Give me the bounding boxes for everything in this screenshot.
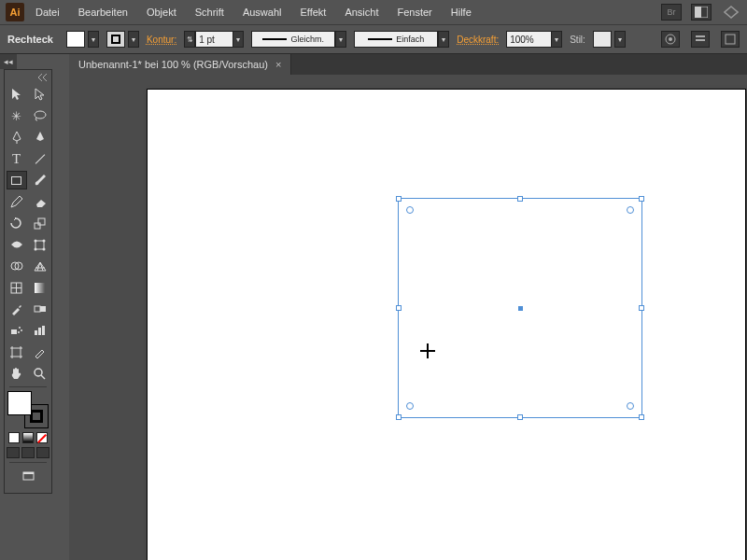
menu-edit[interactable]: Bearbeiten [71, 4, 135, 21]
brush-definition-label: Einfach [396, 35, 424, 44]
variable-width-profile-dropdown[interactable]: ▾ [335, 31, 346, 48]
live-corner-bl[interactable] [406, 402, 414, 410]
resize-handle-br[interactable] [639, 414, 644, 420]
svg-point-29 [35, 369, 42, 376]
menu-type[interactable]: Schrift [188, 4, 232, 21]
stroke-weight-stepper[interactable]: ⇅ [184, 31, 195, 48]
close-tab-icon[interactable]: × [275, 59, 281, 70]
fill-indicator[interactable] [7, 391, 32, 415]
recolor-artwork-button[interactable] [661, 31, 680, 48]
shape-builder-tool[interactable] [7, 257, 27, 275]
options-bar: Rechteck ▾ ▾ Kontur: ⇅ ▾ Gleichm. ▾ Einf… [0, 24, 747, 54]
stroke-color-swatch[interactable] [106, 31, 125, 48]
menu-window[interactable]: Fenster [389, 4, 439, 21]
canvas[interactable] [69, 75, 747, 560]
rotate-tool[interactable] [7, 214, 27, 232]
perspective-grid-tool[interactable] [30, 257, 50, 275]
menu-effect[interactable]: Effekt [292, 4, 333, 21]
tools-panel-grip[interactable] [7, 74, 49, 83]
menu-object[interactable]: Objekt [139, 4, 184, 21]
blend-tool[interactable] [30, 300, 50, 318]
app-icon: Ai [6, 3, 24, 21]
document-tab[interactable]: Unbenannt-1* bei 100 % (RGB/Vorschau) × [69, 54, 291, 75]
artboard[interactable] [148, 90, 745, 560]
opacity-dropdown[interactable]: ▾ [551, 31, 562, 48]
resize-handle-bl[interactable] [396, 414, 402, 420]
color-mode-none[interactable] [36, 432, 48, 443]
fill-color-swatch[interactable] [66, 31, 85, 48]
pencil-tool[interactable] [7, 192, 27, 211]
svg-rect-27 [42, 326, 45, 335]
symbol-sprayer-tool[interactable] [7, 321, 27, 340]
resize-handle-tl[interactable] [396, 196, 402, 202]
magic-wand-tool[interactable]: ✳ [7, 106, 27, 125]
live-corner-tr[interactable] [627, 206, 634, 214]
bridge-button[interactable]: Br [661, 4, 682, 21]
brush-definition-dropdown[interactable]: ▾ [438, 31, 449, 48]
selected-rectangle[interactable] [398, 198, 642, 418]
fill-swatch-dropdown[interactable]: ▾ [88, 31, 99, 48]
screen-mode-button[interactable] [18, 467, 38, 485]
eyedropper-tool[interactable] [7, 300, 27, 318]
resize-handle-tr[interactable] [639, 196, 644, 202]
eraser-tool[interactable] [30, 192, 50, 211]
menu-select[interactable]: Auswahl [235, 4, 289, 21]
line-segment-tool[interactable] [30, 149, 50, 168]
stroke-swatch[interactable]: ▾ [106, 31, 139, 48]
zoom-tool[interactable] [30, 364, 50, 383]
resize-handle-b[interactable] [517, 414, 523, 420]
draw-behind-button[interactable] [21, 447, 35, 458]
direct-selection-tool[interactable] [30, 85, 50, 104]
panel-collapse-icon[interactable]: ◂◂ [0, 54, 17, 69]
variable-width-profile-label: Gleichm. [290, 35, 324, 44]
svg-point-13 [35, 247, 37, 250]
paintbrush-tool[interactable] [30, 171, 50, 189]
graphic-style-dropdown[interactable]: ▾ [614, 31, 626, 48]
stroke-weight-dropdown[interactable]: ▾ [233, 31, 244, 48]
transform-panel-button[interactable] [721, 31, 740, 48]
brush-definition[interactable]: Einfach [354, 31, 438, 48]
width-tool[interactable] [7, 235, 27, 254]
variable-width-profile[interactable]: Gleichm. [251, 31, 335, 48]
svg-rect-31 [23, 472, 34, 474]
gpu-preview-button[interactable] [721, 4, 741, 21]
mesh-tool[interactable] [7, 278, 27, 297]
graphic-style-swatch[interactable] [593, 31, 612, 48]
column-graph-tool[interactable] [30, 321, 50, 340]
color-mode-solid[interactable] [8, 432, 20, 443]
draw-inside-button[interactable] [36, 447, 49, 458]
stroke-weight-field[interactable] [195, 31, 233, 48]
draw-normal-button[interactable] [7, 447, 20, 458]
artboard-tool[interactable] [7, 343, 27, 361]
gradient-tool[interactable] [30, 278, 50, 297]
opacity-field[interactable] [506, 31, 551, 48]
svg-rect-8 [35, 223, 40, 229]
fill-swatch[interactable]: ▾ [66, 31, 99, 48]
free-transform-tool[interactable] [30, 235, 50, 254]
scale-tool[interactable] [30, 214, 50, 232]
stroke-swatch-dropdown[interactable]: ▾ [128, 31, 139, 48]
hand-tool[interactable] [7, 364, 27, 383]
svg-point-7 [35, 111, 46, 119]
lasso-tool[interactable] [30, 106, 50, 125]
svg-rect-4 [696, 35, 705, 37]
live-corner-tl[interactable] [406, 206, 414, 214]
rectangle-tool[interactable] [7, 171, 27, 189]
selection-tool[interactable] [7, 85, 27, 104]
curvature-tool[interactable] [30, 128, 50, 147]
type-tool[interactable]: T [7, 149, 27, 168]
color-mode-gradient[interactable] [22, 432, 34, 443]
menu-file[interactable]: Datei [28, 4, 67, 21]
resize-handle-r[interactable] [639, 305, 644, 311]
resize-handle-t[interactable] [517, 196, 523, 202]
resize-handle-l[interactable] [396, 305, 402, 311]
slice-tool[interactable] [30, 343, 50, 361]
pen-tool[interactable] [7, 128, 27, 147]
fill-stroke-indicator[interactable] [7, 391, 49, 428]
menu-help[interactable]: Hilfe [444, 4, 479, 21]
tool-name-label: Rechteck [7, 34, 59, 45]
menu-view[interactable]: Ansicht [337, 4, 386, 21]
live-corner-br[interactable] [627, 402, 634, 410]
align-panel-button[interactable] [691, 31, 710, 48]
arrange-documents-button[interactable] [691, 4, 712, 21]
